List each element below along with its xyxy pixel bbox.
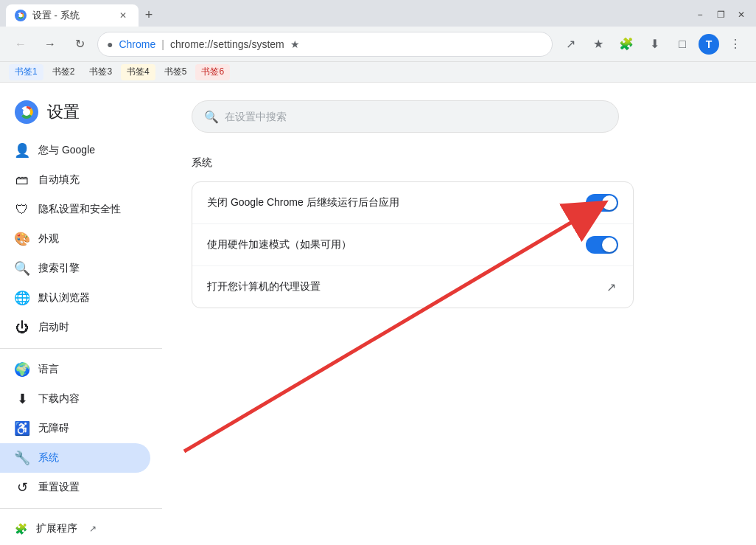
sidebar-item-appearance[interactable]: 🎨 外观 xyxy=(0,224,150,254)
url-chrome-text: Chrome xyxy=(119,38,155,50)
sidebar-label-browser: 默认浏览器 xyxy=(38,291,90,305)
google-icon: 👤 xyxy=(15,143,29,158)
sidebar-label-reset: 重置设置 xyxy=(38,481,80,494)
sidebar-label-autofill: 自动填充 xyxy=(38,173,80,187)
reload-button[interactable]: ↻ xyxy=(68,32,91,56)
sidebar-header: 设置 xyxy=(0,94,162,136)
sidebar-title: 设置 xyxy=(47,101,80,123)
language-icon: 🌍 xyxy=(15,362,29,377)
startup-icon: ⏻ xyxy=(15,320,29,335)
settings-row-background-apps: 关闭 Google Chrome 后继续运行后台应用 xyxy=(192,182,633,224)
hardware-acceleration-label: 使用硬件加速模式（如果可用） xyxy=(207,238,586,251)
cast-icon[interactable]: ↗ xyxy=(559,32,582,56)
search-bar[interactable]: 🔍 xyxy=(192,100,619,133)
menu-button[interactable]: ⋮ xyxy=(724,32,747,56)
title-bar: 设置 - 系统 ✕ + − ❐ ✕ xyxy=(0,0,756,27)
section-title: 系统 xyxy=(192,156,727,170)
privacy-icon: 🛡 xyxy=(15,202,29,217)
external-link-small-icon: ↗ xyxy=(89,524,97,534)
bookmark-item-3[interactable]: 书签3 xyxy=(83,64,118,80)
url-path-text: chrome://settings/system xyxy=(170,38,284,50)
sidebar-label-download: 下载内容 xyxy=(38,392,80,406)
default-browser-icon: 🌐 xyxy=(15,291,29,305)
tab-favicon xyxy=(15,10,27,21)
sidebar: 设置 👤 您与 Google 🗃 自动填充 🛡 隐私设置和安全性 🎨 外观 🔍 … xyxy=(0,83,162,545)
sidebar-label-extensions: 扩展程序 xyxy=(36,522,77,535)
settings-row-proxy: 打开您计算机的代理设置 ↗ xyxy=(192,266,633,308)
reset-icon: ↺ xyxy=(15,480,29,495)
sidebar-item-extensions[interactable]: 🧩 扩展程序 ↗ xyxy=(0,515,150,543)
profile-button[interactable]: T xyxy=(699,34,719,55)
bookmark-item-4[interactable]: 书签4 xyxy=(121,64,155,80)
tab-title: 设置 - 系统 xyxy=(32,9,80,22)
window-controls: − ❐ ✕ xyxy=(691,6,750,24)
toolbar-actions: ↗ ★ 🧩 ⬇ □ T ⋮ xyxy=(559,32,747,56)
lock-icon: ● xyxy=(107,38,113,50)
sidebar-label-accessibility: 无障碍 xyxy=(38,422,69,435)
tab-search-icon[interactable]: □ xyxy=(671,32,694,56)
sidebar-item-download[interactable]: ⬇ 下载内容 xyxy=(0,384,150,414)
sidebar-item-system[interactable]: 🔧 系统 xyxy=(0,443,150,473)
sidebar-label-startup: 启动时 xyxy=(38,321,69,334)
profile-download-icon[interactable]: ⬇ xyxy=(643,32,666,56)
proxy-label: 打开您计算机的代理设置 xyxy=(207,280,603,294)
toggle-knob-2 xyxy=(602,237,617,252)
bookmarks-bar: 书签1 书签2 书签3 书签4 书签5 书签6 xyxy=(0,62,756,83)
address-bar[interactable]: ● Chrome | chrome://settings/system ★ xyxy=(97,32,553,57)
sidebar-item-language[interactable]: 🌍 语言 xyxy=(0,355,150,384)
close-button[interactable]: ✕ xyxy=(732,6,750,24)
external-link-icon[interactable]: ↗ xyxy=(603,280,618,294)
bookmark-item-5[interactable]: 书签5 xyxy=(158,64,193,80)
sidebar-item-privacy[interactable]: 🛡 隐私设置和安全性 xyxy=(0,195,150,224)
sidebar-label-google: 您与 Google xyxy=(38,144,95,157)
minimize-button[interactable]: − xyxy=(691,6,709,24)
sidebar-item-search[interactable]: 🔍 搜索引擎 xyxy=(0,254,150,283)
tab-close-button[interactable]: ✕ xyxy=(116,9,130,22)
background-apps-label: 关闭 Google Chrome 后继续运行后台应用 xyxy=(207,196,586,209)
bookmark-star-icon[interactable]: ★ xyxy=(587,32,610,56)
url-separator: | xyxy=(161,38,164,50)
download-icon: ⬇ xyxy=(15,392,29,406)
new-tab-button[interactable]: + xyxy=(139,4,159,25)
background-apps-toggle[interactable] xyxy=(586,194,618,212)
sidebar-item-autofill[interactable]: 🗃 自动填充 xyxy=(0,165,150,195)
search-input[interactable] xyxy=(225,111,606,122)
sidebar-item-google[interactable]: 👤 您与 Google xyxy=(0,136,150,165)
bookmark-icon[interactable]: ★ xyxy=(290,38,300,50)
bookmark-item-2[interactable]: 书签2 xyxy=(46,64,81,80)
search-engine-icon: 🔍 xyxy=(15,261,29,276)
search-icon: 🔍 xyxy=(204,110,219,124)
sidebar-label-language: 语言 xyxy=(38,363,59,376)
extensions-nav-icon: 🧩 xyxy=(15,523,27,535)
accessibility-icon: ♿ xyxy=(15,421,29,436)
settings-row-hardware-acceleration: 使用硬件加速模式（如果可用） xyxy=(192,224,633,266)
browser-toolbar: ← → ↻ ● Chrome | chrome://settings/syste… xyxy=(0,27,756,62)
sidebar-label-search: 搜索引擎 xyxy=(38,262,80,275)
restore-button[interactable]: ❐ xyxy=(712,6,729,24)
extensions-icon[interactable]: 🧩 xyxy=(615,32,638,56)
hardware-acceleration-toggle[interactable] xyxy=(586,236,618,254)
svg-point-5 xyxy=(23,108,30,116)
chrome-logo xyxy=(15,100,38,124)
bookmark-item-6[interactable]: 书签6 xyxy=(195,64,230,80)
back-button[interactable]: ← xyxy=(9,32,32,56)
settings-content: 🔍 系统 关闭 Google Chrome 后继续运行后台应用 使用硬件加速模 xyxy=(162,83,756,326)
sidebar-item-default-browser[interactable]: 🌐 默认浏览器 xyxy=(0,283,150,313)
sidebar-item-startup[interactable]: ⏻ 启动时 xyxy=(0,313,150,342)
content-area: 🔍 系统 关闭 Google Chrome 后继续运行后台应用 使用硬件加速模 xyxy=(162,83,756,545)
appearance-icon: 🎨 xyxy=(15,232,29,246)
forward-button[interactable]: → xyxy=(38,32,62,56)
sidebar-item-accessibility[interactable]: ♿ 无障碍 xyxy=(0,414,150,443)
system-icon: 🔧 xyxy=(15,451,29,465)
toggle-knob xyxy=(602,195,617,210)
active-tab[interactable]: 设置 - 系统 ✕ xyxy=(6,4,139,27)
bookmark-item-1[interactable]: 书签1 xyxy=(9,64,43,80)
sidebar-label-privacy: 隐私设置和安全性 xyxy=(38,203,121,216)
sidebar-divider-2 xyxy=(0,508,162,509)
autofill-icon: 🗃 xyxy=(15,173,29,187)
sidebar-label-appearance: 外观 xyxy=(38,232,59,246)
svg-point-2 xyxy=(19,14,23,18)
sidebar-item-reset[interactable]: ↺ 重置设置 xyxy=(0,473,150,502)
main-content: 设置 👤 您与 Google 🗃 自动填充 🛡 隐私设置和安全性 🎨 外观 🔍 … xyxy=(0,83,756,545)
settings-card: 关闭 Google Chrome 后继续运行后台应用 使用硬件加速模式（如果可用… xyxy=(192,181,634,308)
